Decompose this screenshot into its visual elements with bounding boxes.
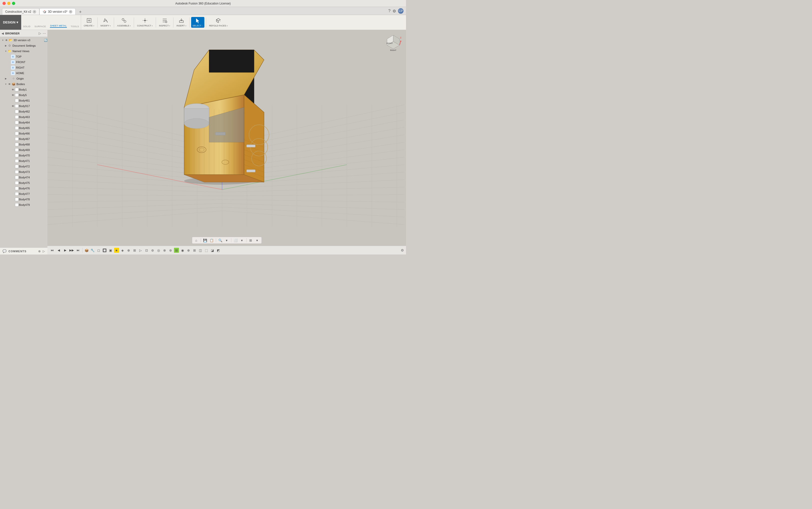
body-checkbox[interactable]: [15, 159, 19, 163]
body-visibility-eye[interactable]: 👁: [11, 132, 15, 135]
tl-icon-9[interactable]: ⊞: [132, 248, 137, 253]
body-visibility-eye[interactable]: 👁: [11, 138, 15, 140]
viewport-area[interactable]: Z RIGHT RIGHT ⌂ 💾 📋: [47, 30, 406, 246]
tree-body-item[interactable]: 👁 Body461: [0, 98, 47, 103]
body-checkbox[interactable]: [15, 121, 19, 124]
modify-tool-button[interactable]: MODIFY ▾: [99, 17, 112, 28]
body-visibility-eye[interactable]: 👁: [11, 121, 15, 124]
vp-display-mode-button[interactable]: ⬜: [233, 238, 238, 243]
tree-view-home[interactable]: ⊞ HOME: [0, 70, 47, 76]
tab-solid[interactable]: SOLID: [23, 25, 31, 28]
tree-body-item[interactable]: 👁 Body475: [0, 180, 47, 185]
tab-close-3d-version[interactable]: ×: [69, 10, 72, 13]
timeline-play-button[interactable]: ▶: [62, 247, 68, 253]
tree-body-item[interactable]: 👁 Body468: [0, 142, 47, 147]
insert-tool-button[interactable]: INSERT ▾: [175, 17, 188, 28]
browser-collapse-button[interactable]: ◀: [1, 32, 4, 35]
browser-menu-icon[interactable]: ⋯: [43, 31, 46, 35]
design-menu-button[interactable]: DESIGN ▾: [0, 15, 21, 30]
tl-icon-11[interactable]: ⊡: [144, 248, 149, 253]
tree-named-views[interactable]: ▾ 📁 Named Views: [0, 48, 47, 54]
tl-icon-16[interactable]: ⊠: [174, 248, 179, 253]
body-visibility-eye[interactable]: 👁: [11, 171, 15, 173]
body-visibility-eye[interactable]: 👁: [11, 116, 15, 118]
body-visibility-eye[interactable]: 👁: [11, 160, 15, 163]
body-checkbox[interactable]: [15, 104, 19, 108]
tree-body-item[interactable]: 👁 Body467: [0, 136, 47, 142]
orientation-cube[interactable]: Z RIGHT RIGHT: [384, 34, 402, 52]
tab-close-construction-kit[interactable]: ×: [33, 10, 36, 13]
origin-visibility[interactable]: 👁: [7, 77, 11, 80]
body-checkbox[interactable]: [15, 165, 19, 168]
tree-body-item[interactable]: 👁 Body471: [0, 158, 47, 164]
tl-icon-2[interactable]: 🔧: [90, 248, 95, 253]
user-icon[interactable]: CP: [398, 8, 404, 14]
tree-body-item[interactable]: 👁 Body5: [0, 92, 47, 98]
body-visibility-eye[interactable]: 👁: [11, 149, 15, 151]
tl-icon-5[interactable]: ▣: [108, 248, 113, 253]
body-visibility-eye[interactable]: 👁: [11, 127, 15, 130]
tree-body-item[interactable]: 👁 Body1: [0, 87, 47, 92]
vp-display-dropdown[interactable]: ▾: [239, 238, 245, 243]
tab-3d-version[interactable]: 🎲 3D version v3* ×: [39, 8, 76, 15]
tab-surface[interactable]: SURFACE: [34, 25, 46, 28]
tree-body-item[interactable]: 👁 Body474: [0, 175, 47, 180]
minimize-button[interactable]: [7, 2, 10, 5]
body-checkbox[interactable]: [15, 154, 19, 157]
body-checkbox[interactable]: [15, 148, 19, 152]
body-visibility-eye[interactable]: 👁: [11, 105, 15, 107]
vp-save-button[interactable]: 💾: [202, 238, 208, 243]
tab-tools[interactable]: TOOLS: [71, 25, 79, 28]
body-checkbox[interactable]: [15, 137, 19, 141]
vp-zoom-button[interactable]: 🔍: [217, 238, 223, 243]
tree-root-item[interactable]: ▾ 👁 📂 3D version v3 🔄: [0, 37, 47, 43]
body-checkbox[interactable]: [15, 93, 19, 97]
tree-body-item[interactable]: 👁 Body470: [0, 153, 47, 158]
tl-icon-14[interactable]: ⊗: [162, 248, 167, 253]
tree-view-front[interactable]: ⊞ FRONT: [0, 59, 47, 65]
select-tool-button[interactable]: SELECT ▾: [191, 17, 204, 28]
body-visibility-eye[interactable]: 👁: [11, 94, 15, 97]
timeline-ff-button[interactable]: ▶▶: [69, 247, 74, 253]
tree-view-right[interactable]: ⊞ RIGHT: [0, 65, 47, 70]
inspect-tool-button[interactable]: INSPECT ▾: [158, 17, 172, 28]
body-visibility-eye[interactable]: 👁: [11, 99, 15, 102]
create-tool-button[interactable]: CREATE ▾: [82, 17, 96, 28]
body-visibility-eye[interactable]: 👁: [11, 88, 15, 91]
body-checkbox[interactable]: [15, 170, 19, 174]
refold-faces-tool-button[interactable]: REFOLD FACES ▾: [208, 17, 229, 28]
tl-icon-10[interactable]: ▷: [138, 248, 143, 253]
body-visibility-eye[interactable]: 👁: [11, 187, 15, 190]
new-tab-button[interactable]: +: [78, 9, 83, 15]
tree-body-item[interactable]: 👁 Body476: [0, 185, 47, 191]
tl-icon-8[interactable]: ⊕: [126, 248, 131, 253]
vp-zoom-dropdown[interactable]: ▾: [224, 238, 230, 243]
tl-icon-15[interactable]: ⊛: [168, 248, 173, 253]
body-visibility-eye[interactable]: 👁: [11, 198, 15, 201]
comments-settings-icon[interactable]: ⊕: [38, 249, 41, 253]
body-checkbox[interactable]: [15, 143, 19, 146]
tree-body-item[interactable]: 👁 Body479: [0, 202, 47, 208]
comments-expand-button[interactable]: ▷: [43, 249, 45, 253]
timeline-settings-button[interactable]: ⚙: [401, 248, 404, 252]
tl-icon-1[interactable]: 📦: [84, 248, 89, 253]
body-visibility-eye[interactable]: 👁: [11, 143, 15, 146]
vp-copy-button[interactable]: 📋: [209, 238, 214, 243]
tree-body-item[interactable]: 👁 Body462: [0, 109, 47, 114]
body-visibility-eye[interactable]: 👁: [11, 193, 15, 195]
tl-icon-13[interactable]: ◎: [156, 248, 161, 253]
tree-doc-settings[interactable]: ▶ ⚙ Document Settings: [0, 43, 47, 48]
tree-body-item[interactable]: 👁 Body465: [0, 125, 47, 131]
tl-icon-20[interactable]: ◫: [198, 248, 203, 253]
tree-body-item[interactable]: 👁 Body466: [0, 131, 47, 136]
tree-bodies[interactable]: ▾ 👁 📦 Bodies: [0, 81, 47, 87]
body-checkbox[interactable]: [15, 110, 19, 113]
body-checkbox[interactable]: [15, 186, 19, 190]
body-visibility-eye[interactable]: 👁: [11, 182, 15, 184]
body-checkbox[interactable]: [15, 203, 19, 207]
construct-tool-button[interactable]: CONSTRUCT ▾: [135, 17, 154, 28]
maximize-button[interactable]: [12, 2, 15, 5]
tl-icon-6[interactable]: ★: [114, 248, 119, 253]
tl-icon-22[interactable]: ◪: [210, 248, 215, 253]
tree-body-item[interactable]: 👁 Body477: [0, 191, 47, 197]
